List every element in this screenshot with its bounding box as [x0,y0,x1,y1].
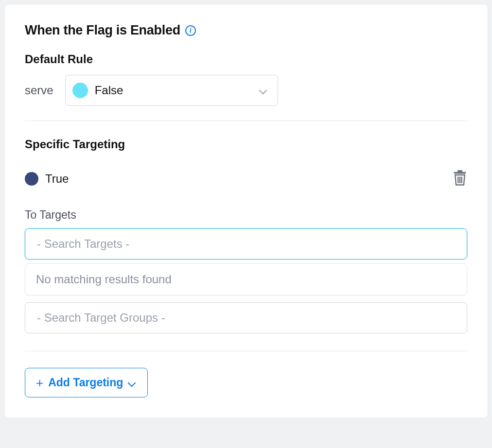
variation-dot-icon [72,83,88,98]
search-targets-dropdown: No matching results found [25,263,467,295]
variation-left: True [25,172,69,186]
divider [25,351,467,351]
default-rule-heading: Default Rule [25,52,467,66]
delete-targeting-button[interactable] [453,170,467,188]
to-targets-label: To Targets [25,208,467,222]
specific-targeting-section: Specific Targeting True To Targets No [25,138,467,397]
no-results-text: No matching results found [36,273,172,286]
chevron-down-icon [128,379,137,387]
plus-icon: + [36,377,43,389]
chevron-down-icon [259,86,268,95]
serve-selected-value: False [95,84,252,97]
info-icon[interactable]: i [185,25,196,36]
add-targeting-button[interactable]: + Add Targeting [25,368,148,397]
default-rule-section: Default Rule serve False [25,52,467,106]
flag-enabled-card: When the Flag is Enabled i Default Rule … [4,4,488,418]
variation-label: True [45,172,69,186]
search-targets-input[interactable] [25,228,467,259]
svg-rect-1 [457,170,462,172]
add-targeting-label: Add Targeting [48,376,123,389]
section-title: When the Flag is Enabled [25,23,180,38]
search-target-groups-input[interactable] [25,302,467,333]
trash-icon [453,170,467,186]
serve-select[interactable]: False [65,75,278,106]
serve-label: serve [25,84,53,97]
specific-targeting-heading: Specific Targeting [25,138,467,151]
divider [25,121,467,121]
serve-row: serve False [25,75,467,106]
variation-dot-icon [25,172,38,186]
section-title-row: When the Flag is Enabled i [25,23,467,38]
variation-row: True [25,170,467,188]
svg-rect-0 [454,172,466,174]
